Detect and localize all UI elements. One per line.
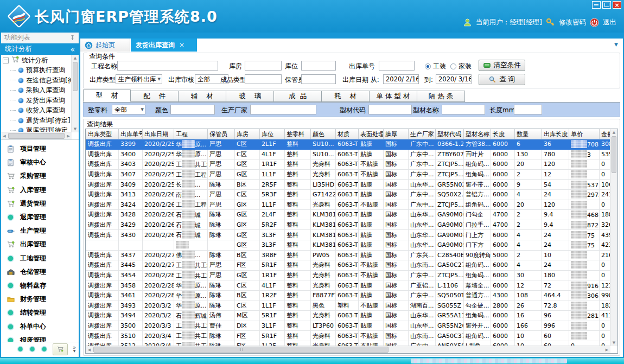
column-header-膜厚[interactable]: 膜厚 xyxy=(384,129,409,139)
scroll-up-icon[interactable]: ▲ xyxy=(610,129,617,136)
column-header-库房[interactable]: 库房 xyxy=(235,129,260,139)
table-row[interactable]: 调拨出库34032020/2/25工共工程严思G区1R1F整料光身料6063-T… xyxy=(86,159,611,170)
project-name-input[interactable] xyxy=(117,61,218,71)
table-row[interactable]: 调拨出库34072020/2/25工工程严思G区1L1F整料光身料6063-T5… xyxy=(86,169,611,180)
cart-module-button[interactable] xyxy=(53,343,68,355)
profile-name-input[interactable] xyxy=(442,105,485,114)
table-row[interactable]: 调拨出库33992020/2/25华原...严思C区2L1F整料SU10...6… xyxy=(86,139,611,150)
tree-item-在途信息查询[待[interactable]: 在途信息查询[待 xyxy=(3,75,71,86)
out-type-combo[interactable]: 生产领料出库▼ xyxy=(116,74,162,84)
manufacturer-input[interactable] xyxy=(250,105,316,114)
table-row[interactable]: 调拨出库34242020/2/26工工程严思G区1L1F整料光身料6063-T5… xyxy=(86,200,611,210)
sidebar-item-物料盘存[interactable]: 物料盘存 xyxy=(6,279,79,292)
tree-item-发货出库查询[interactable]: 发货出库查询 xyxy=(3,95,71,106)
sidebar-item-项目管理[interactable]: 项目管理 xyxy=(6,142,79,156)
table-row[interactable]: 调拨出库34612020/2/28华原...陈琳B区1R2F整料F8877FT6… xyxy=(86,290,611,301)
sidebar-item-出库管理[interactable]: 出库管理 xyxy=(6,238,79,251)
table-row[interactable]: 调拨出库34942020/3/2石辉城汤伟M区5R1F整料光身料6063-T5贴… xyxy=(86,311,611,321)
logout-link[interactable]: 退出 xyxy=(603,18,616,27)
sidebar-item-报废管理[interactable]: 报废管理 xyxy=(6,334,79,342)
collapse-icon[interactable]: « xyxy=(70,46,75,53)
order-no-input[interactable] xyxy=(379,61,415,71)
material-tab-成品[interactable]: 成 品 xyxy=(274,91,322,102)
vertical-scroll-thumb[interactable] xyxy=(612,136,616,173)
sidebar-item-审核中心[interactable]: 审核中心 xyxy=(6,156,79,169)
material-tab-型材[interactable]: 型 材 xyxy=(83,90,131,102)
horizontal-scroll-thumb[interactable] xyxy=(93,347,389,353)
tree-item-采购入库查询[interactable]: 采购入库查询 xyxy=(3,86,71,96)
radio-engineering[interactable]: 工装 xyxy=(425,62,446,71)
table-row[interactable]: 调拨出库34132020/2/26南...严思C区5R3F整料G71422606… xyxy=(86,189,611,200)
maximize-button[interactable] xyxy=(602,1,611,9)
tree-item-收货入库查询[interactable]: 收货入库查询 xyxy=(3,106,71,116)
clear-conditions-button[interactable]: 清空条件 xyxy=(479,60,525,71)
column-header-颜色[interactable]: 颜色 xyxy=(311,129,336,139)
profile-code-input[interactable] xyxy=(368,105,412,114)
column-header-型材代码[interactable]: 型材代码 xyxy=(436,129,464,139)
column-header-出库长度[interactable]: 出库长度 xyxy=(542,129,569,139)
column-header-保管员[interactable]: 保管员 xyxy=(208,129,235,139)
sidebar-section-header[interactable]: 统计分析 « xyxy=(1,43,79,55)
tree-collapse-icon[interactable] xyxy=(3,58,9,63)
tree-root-statistics[interactable]: 统计分析 xyxy=(3,55,71,66)
column-header-金额[interactable]: 金额 xyxy=(600,129,611,139)
tree-item-预算执行查询[interactable]: 预算执行查询 xyxy=(3,66,71,76)
module-dot-icon[interactable] xyxy=(29,346,36,353)
module-dot-icon[interactable] xyxy=(41,346,48,353)
column-header-生产厂家[interactable]: 生产厂家 xyxy=(409,129,436,139)
column-header-数量[interactable]: 数量 xyxy=(515,129,542,139)
sidebar-item-财务管理[interactable]: 财务管理 xyxy=(6,292,79,306)
whole-piece-combo[interactable]: 全部▼ xyxy=(112,105,145,114)
column-header-整零料[interactable]: 整零料 xyxy=(285,129,311,139)
column-header-表面处理[interactable]: 表面处理 xyxy=(359,129,384,139)
close-button[interactable]: × xyxy=(613,1,621,9)
sidebar-item-工地管理[interactable]: 工地管理 xyxy=(6,252,79,265)
product-type-input[interactable] xyxy=(245,74,282,84)
scroll-left-icon[interactable]: ◀ xyxy=(86,348,93,352)
overflow-chevron-icon[interactable]: »▼ xyxy=(73,346,76,353)
table-row[interactable]: 调拨出库35002020/3/3工共工程曹佳D区3L1F整料LT3P606063… xyxy=(86,321,611,331)
date-from-picker[interactable]: 2020/ 2/16▼ xyxy=(383,74,419,84)
pin-icon[interactable] xyxy=(69,35,75,41)
change-password-link[interactable]: 修改密码 xyxy=(559,18,586,27)
scroll-down-icon[interactable]: ▼ xyxy=(72,126,79,132)
table-row[interactable]: 调拨出库34002020/2/25华原...严思C区4L1F整料SU10...6… xyxy=(86,149,611,159)
tab-close-icon[interactable]: × xyxy=(179,41,184,49)
material-tab-辅材[interactable]: 辅 材 xyxy=(179,91,226,102)
scroll-right-icon[interactable]: ▶ xyxy=(65,134,72,138)
grid-vertical-scrollbar[interactable]: ▲ ▼ xyxy=(610,129,617,346)
column-header-库位[interactable]: 库位 xyxy=(260,129,285,139)
sidebar-item-仓储管理[interactable]: 仓储管理 xyxy=(6,265,79,279)
column-header-单价[interactable]: 单价 xyxy=(569,129,600,139)
search-button[interactable]: 查 询 xyxy=(479,74,525,85)
material-tab-隔热条[interactable]: 隔 热 条 xyxy=(417,91,465,102)
table-row[interactable]: 调拨出库35102020/3/4工共工程陈琳F区5R1F整料光身料6063-T5… xyxy=(86,331,611,341)
table-row[interactable]: 调拨出库34452020/2/27工共工程严思F区5R1F整料光身料6063-T… xyxy=(86,260,611,271)
column-header-出库日期[interactable]: 出库日期 xyxy=(143,129,174,139)
scroll-down-icon[interactable]: ▼ xyxy=(610,340,617,346)
grid-horizontal-scrollbar[interactable]: ◀ ▶ xyxy=(86,346,610,353)
sidebar-item-入库管理[interactable]: 入库管理 xyxy=(6,183,79,197)
color-input[interactable] xyxy=(170,105,215,114)
column-header-出库单号[interactable]: 出库单号 xyxy=(119,129,143,139)
column-header-工程[interactable]: 工程 xyxy=(174,129,208,139)
table-row[interactable]: 调拨出库34092020/2/25长...陈琳B区2R5F整料LI35HD606… xyxy=(86,180,611,190)
column-header-材质[interactable]: 材质 xyxy=(336,129,359,139)
column-header-出库类型[interactable]: 出库类型 xyxy=(86,129,119,139)
table-row[interactable]: 调拨出库34582020/2/28华原...陈琳C区4L1F整料光身料6063-… xyxy=(86,280,611,291)
tab-shipping-outbound-query[interactable]: 发货出库查询 × xyxy=(131,39,197,52)
tree-vertical-scrollbar[interactable]: ▲ ▼ xyxy=(71,55,79,132)
date-to-picker[interactable]: 2020/ 3/16▼ xyxy=(436,74,472,84)
material-tab-耗材[interactable]: 耗 材 xyxy=(322,91,370,102)
length-input[interactable] xyxy=(514,105,542,114)
tab-home[interactable]: 起始页 xyxy=(80,39,130,52)
material-tab-单体型材[interactable]: 单 体 型 材 xyxy=(370,91,417,102)
column-header-长度[interactable]: 长度 xyxy=(491,129,515,139)
keeper-input[interactable] xyxy=(301,74,336,84)
material-tab-玻璃[interactable]: 玻 璃 xyxy=(226,91,274,102)
scroll-right-icon[interactable]: ▶ xyxy=(603,348,610,352)
location-input[interactable] xyxy=(301,61,336,71)
table-row[interactable]: 调拨出库34372020/2/27佛...陈琳B区3R8F整料PW056063-… xyxy=(86,250,611,260)
sidebar-item-补单中心[interactable]: 补单中心 xyxy=(6,320,79,333)
table-row[interactable]: 调拨出库34302020/2/26石城陈琳G区3L3F整料KLM38176063… xyxy=(86,230,611,240)
